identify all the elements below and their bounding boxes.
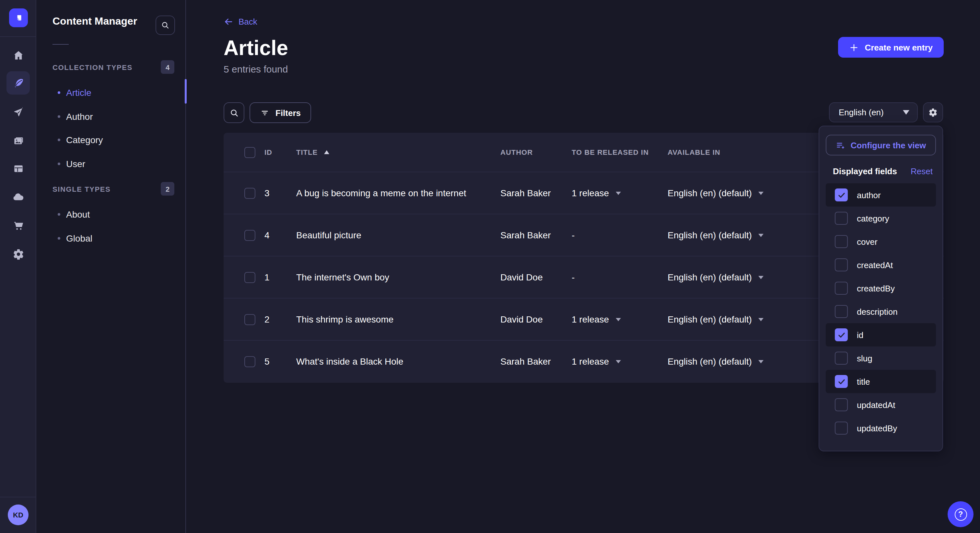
- cell-release: -: [572, 272, 668, 282]
- column-header-title-label: TITLE: [296, 148, 318, 156]
- field-option-id[interactable]: id: [826, 323, 936, 346]
- cell-author: Sarah Baker: [500, 188, 572, 198]
- field-label: updatedBy: [857, 423, 897, 433]
- locale-label: English (en) (default): [668, 230, 752, 240]
- field-option-updatedAt[interactable]: updatedAt: [826, 393, 936, 416]
- cell-title: This shrimp is awesome: [296, 314, 500, 324]
- nav-home-button[interactable]: [6, 43, 30, 67]
- sidebar-item-global[interactable]: Global: [36, 226, 185, 250]
- back-label: Back: [239, 17, 257, 27]
- row-checkbox[interactable]: [244, 272, 255, 283]
- create-new-entry-label: Create new entry: [865, 43, 933, 52]
- strapi-logo[interactable]: [9, 8, 28, 27]
- bullet-icon: [58, 139, 60, 141]
- cell-title: Beautiful picture: [296, 230, 500, 240]
- checkbox-icon[interactable]: [835, 259, 848, 271]
- field-option-cover[interactable]: cover: [826, 230, 936, 253]
- home-icon: [12, 49, 24, 61]
- cell-release[interactable]: 1 release: [572, 314, 668, 324]
- configure-view-button[interactable]: Configure the view: [826, 135, 936, 155]
- help-button[interactable]: ?: [948, 501, 974, 527]
- user-avatar[interactable]: KD: [8, 504, 29, 525]
- column-header-release[interactable]: TO BE RELEASED IN: [572, 148, 668, 156]
- checkbox-icon[interactable]: [835, 282, 848, 295]
- cell-title: A bug is becoming a meme on the internet: [296, 188, 500, 198]
- collection-types-count-badge: 4: [161, 60, 174, 74]
- cell-id: 4: [264, 230, 296, 240]
- row-checkbox[interactable]: [244, 187, 255, 198]
- checkbox-icon[interactable]: [835, 305, 848, 318]
- select-all-checkbox[interactable]: [244, 147, 255, 158]
- checkbox-checked-icon[interactable]: [835, 375, 848, 388]
- cell-release[interactable]: 1 release: [572, 356, 668, 366]
- release-label: 1 release: [572, 188, 609, 198]
- create-new-entry-button[interactable]: Create new entry: [838, 37, 944, 58]
- sort-ascending-icon[interactable]: [324, 150, 329, 154]
- sidebar-item-label: User: [66, 159, 85, 169]
- subnav-scrollbar-thumb[interactable]: [185, 79, 187, 104]
- column-header-author[interactable]: AUTHOR: [500, 148, 572, 156]
- field-option-slug[interactable]: slug: [826, 346, 936, 370]
- nav-settings-button[interactable]: [6, 242, 30, 265]
- nav-content-type-builder-button[interactable]: [6, 157, 30, 180]
- locale-select[interactable]: English (en): [829, 102, 918, 122]
- row-checkbox[interactable]: [244, 314, 255, 325]
- field-label: createdAt: [857, 260, 893, 270]
- sidebar-item-user[interactable]: User: [36, 152, 185, 176]
- filters-label: Filters: [275, 108, 301, 117]
- sidebar-item-article[interactable]: Article: [36, 81, 185, 105]
- cloud-icon: [12, 191, 25, 204]
- subnav-search-button[interactable]: [156, 16, 175, 35]
- cart-icon: [12, 219, 24, 232]
- locale-label: English (en) (default): [668, 188, 752, 198]
- view-settings-button[interactable]: [923, 102, 943, 122]
- field-option-category[interactable]: category: [826, 206, 936, 230]
- checkbox-icon[interactable]: [835, 212, 848, 225]
- field-option-createdBy[interactable]: createdBy: [826, 276, 936, 300]
- bullet-icon: [58, 213, 60, 216]
- row-checkbox[interactable]: [244, 356, 255, 367]
- checkbox-checked-icon[interactable]: [835, 328, 848, 341]
- field-option-description[interactable]: description: [826, 300, 936, 323]
- strapi-logo-icon: [13, 12, 24, 23]
- sidebar-item-category[interactable]: Category: [36, 128, 185, 152]
- cell-title: What's inside a Black Hole: [296, 356, 500, 366]
- checkbox-icon[interactable]: [835, 352, 848, 365]
- field-option-createdAt[interactable]: createdAt: [826, 253, 936, 276]
- field-option-updatedBy[interactable]: updatedBy: [826, 416, 936, 440]
- nav-releases-button[interactable]: [6, 100, 30, 124]
- cell-release[interactable]: 1 release: [572, 188, 668, 198]
- locale-value: English (en): [839, 108, 884, 117]
- filters-button[interactable]: Filters: [250, 102, 311, 123]
- back-link[interactable]: Back: [224, 17, 257, 27]
- chevron-down-icon: [758, 318, 764, 321]
- reset-link[interactable]: Reset: [911, 167, 933, 176]
- single-types-section-header: SINGLE TYPES 2: [52, 182, 174, 195]
- checkbox-icon[interactable]: [835, 235, 848, 248]
- field-option-author[interactable]: author: [826, 183, 936, 206]
- nav-deploy-button[interactable]: [6, 186, 30, 209]
- table-search-button[interactable]: [224, 102, 244, 123]
- sidebar-item-author[interactable]: Author: [36, 105, 185, 128]
- sidebar-item-about[interactable]: About: [36, 203, 185, 226]
- row-checkbox[interactable]: [244, 230, 255, 241]
- release-label: 1 release: [572, 356, 609, 366]
- field-label: cover: [857, 237, 878, 246]
- field-label: id: [857, 330, 863, 339]
- checkbox-icon[interactable]: [835, 398, 848, 411]
- chevron-down-icon: [758, 360, 764, 363]
- column-header-id[interactable]: ID: [264, 148, 296, 156]
- displayed-fields-popover: Configure the view Displayed fields Rese…: [819, 125, 943, 451]
- bullet-icon: [58, 237, 60, 240]
- nav-content-manager-button[interactable]: [6, 71, 30, 95]
- checkbox-checked-icon[interactable]: [835, 189, 848, 201]
- cell-author: Sarah Baker: [500, 230, 572, 240]
- field-option-title[interactable]: title: [826, 370, 936, 393]
- column-header-title[interactable]: TITLE: [296, 148, 500, 156]
- subnav-title: Content Manager: [52, 16, 137, 27]
- single-types-list: About Global: [36, 203, 185, 250]
- collection-types-list: Article Author Category User: [36, 81, 185, 176]
- checkbox-icon[interactable]: [835, 422, 848, 435]
- nav-media-library-button[interactable]: [6, 129, 30, 152]
- nav-marketplace-button[interactable]: [6, 214, 30, 237]
